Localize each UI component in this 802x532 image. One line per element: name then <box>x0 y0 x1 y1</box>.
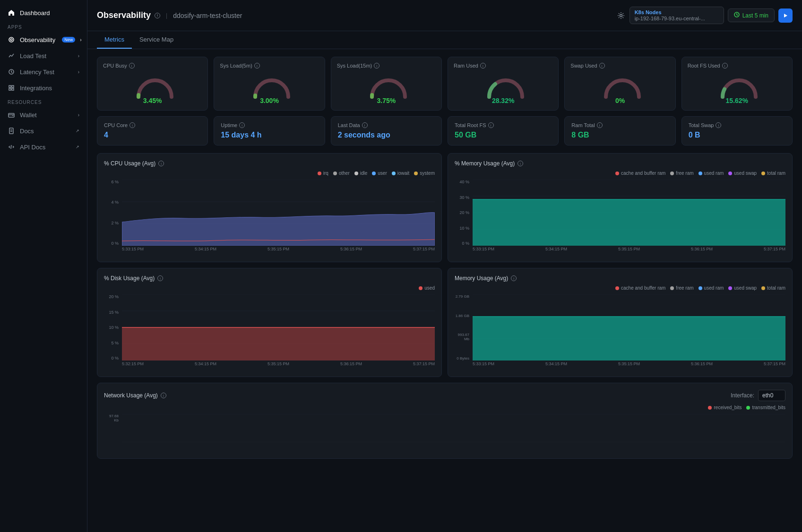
sidebar-item-integrations[interactable]: Integrations <box>0 80 87 96</box>
legend-cache: cache and buffer ram <box>615 171 665 176</box>
mem-usage-x-labels: 5:33:15 PM 5:34:15 PM 5:35:15 PM 5:36:15… <box>473 361 785 370</box>
info-icon-mem-pct: i <box>517 161 523 166</box>
k8s-label: K8s Nodes <box>635 9 719 15</box>
settings-icon[interactable] <box>616 11 626 20</box>
svg-rect-3 <box>9 86 11 87</box>
legend-received: received_bits <box>708 405 742 410</box>
new-badge: New <box>62 37 75 43</box>
svg-line-12 <box>11 145 11 149</box>
sidebar-item-load-test[interactable]: Load Test › <box>0 48 87 64</box>
legend-cache-2: cache and buffer ram <box>615 285 665 291</box>
swap-used-title: Swap Used i <box>570 63 604 69</box>
tab-metrics[interactable]: Metrics <box>97 31 132 49</box>
info-metrics-row: CPU Core i 4 Uptime i 15 days 4 h Last D… <box>97 116 793 146</box>
metric-card-ram-used: Ram Used i 28.32% <box>448 57 559 111</box>
sidebar-wallet-label: Wallet <box>20 112 37 119</box>
info-card-ram-total: Ram Total i 8 GB <box>564 116 675 146</box>
swap-used-gauge <box>601 73 639 96</box>
svg-rect-7 <box>9 113 14 117</box>
gauge-metrics-row: CPU Busy i 3.45% Sys Load(5m) i <box>97 57 793 111</box>
header-actions: K8s Nodes ip-192-168-79-93.eu-central-..… <box>616 7 793 24</box>
memory-pct-legend: cache and buffer ram free ram used ram u… <box>455 171 785 176</box>
interface-select[interactable]: eth0 <box>758 390 785 401</box>
svg-rect-4 <box>12 86 14 87</box>
ram-total-value: 8 GB <box>571 131 668 139</box>
sys-load-5m-gauge <box>250 73 288 96</box>
metric-card-cpu-busy: CPU Busy i 3.45% <box>97 57 208 111</box>
svg-rect-5 <box>9 88 11 90</box>
tab-service-map[interactable]: Service Map <box>132 31 181 49</box>
external-link-icon-2: ↗ <box>76 145 79 149</box>
cpu-svg-area <box>122 180 435 246</box>
mem-usage-svg-area <box>473 294 785 360</box>
header-divider: | <box>166 12 167 19</box>
memory-pct-chart-area: 40 % 30 % 20 % 10 % 0 % <box>455 180 785 255</box>
info-icon-mem-usage: i <box>511 275 517 281</box>
time-range-button[interactable]: Last 5 min <box>728 9 775 22</box>
main-content: Observability i | ddosify-arm-test-clust… <box>87 0 802 532</box>
resources-section-title: RESOURCES <box>0 96 87 107</box>
play-button[interactable] <box>778 9 793 23</box>
info-icon-sys5m: i <box>254 63 260 69</box>
integrations-icon <box>8 84 15 92</box>
sidebar-item-dashboard[interactable]: Dashboard <box>0 5 87 21</box>
legend-total-2: total ram <box>761 285 785 291</box>
sidebar: Dashboard APPS Observability New › Load … <box>0 0 87 532</box>
info-card-total-swap: Total Swap i 0 B <box>681 116 793 146</box>
svg-rect-25 <box>473 199 785 246</box>
legend-swap-2: used swap <box>728 285 757 291</box>
network-usage-card: Network Usage (Avg) i Interface: eth0 re… <box>97 383 793 459</box>
load-test-icon <box>8 52 15 60</box>
info-card-total-root-fs: Total Root FS i 50 GB <box>448 116 559 146</box>
interface-select-wrapper: eth0 <box>758 390 785 401</box>
info-icon-last-data: i <box>362 122 368 128</box>
disk-chart-area: 20 % 15 % 10 % 5 % 0 % <box>104 294 435 370</box>
disk-y-labels: 20 % 15 % 10 % 5 % 0 % <box>104 294 121 360</box>
network-svg-area <box>122 414 785 442</box>
network-title: Network Usage (Avg) i <box>104 392 166 399</box>
sidebar-item-docs[interactable]: Docs ↗ <box>0 123 87 139</box>
legend-disk-used: used <box>419 285 435 291</box>
apps-section-title: APPS <box>0 21 87 32</box>
sys-load-15m-gauge <box>367 73 405 96</box>
sidebar-item-wallet[interactable]: Wallet › <box>0 107 87 123</box>
svg-rect-6 <box>12 88 14 90</box>
info-card-last-data: Last Data i 2 seconds ago <box>331 116 442 146</box>
sidebar-item-observability[interactable]: Observability New › <box>0 32 87 48</box>
header: Observability i | ddosify-arm-test-clust… <box>87 0 802 31</box>
legend-total-ram: total ram <box>761 171 785 176</box>
sidebar-dashboard-label: Dashboard <box>20 9 50 17</box>
k8s-node-selector[interactable]: K8s Nodes ip-192-168-79-93.eu-central-..… <box>630 7 724 24</box>
cpu-chart-legend: irq other idle user iowait system <box>104 171 435 176</box>
sidebar-api-docs-label: API Docs <box>20 144 45 151</box>
info-icon-ram-total: i <box>597 122 603 128</box>
svg-point-0 <box>9 37 14 42</box>
api-docs-icon <box>8 143 15 151</box>
latency-icon <box>8 68 15 76</box>
main-tabs: Metrics Service Map <box>87 31 802 49</box>
legend-used-2: used ram <box>699 285 724 291</box>
legend-idle: idle <box>354 171 368 176</box>
total-swap-value: 0 B <box>689 131 785 139</box>
svg-point-8 <box>12 115 13 116</box>
svg-rect-32 <box>122 327 435 360</box>
observability-icon <box>8 36 15 43</box>
total-root-fs-value: 50 GB <box>455 131 552 139</box>
network-chart-area: 97.68 Kb <box>104 414 785 452</box>
legend-free-2: free ram <box>670 285 693 291</box>
home-icon <box>8 9 15 17</box>
sidebar-integrations-label: Integrations <box>20 85 52 92</box>
time-label: Last 5 min <box>742 12 768 19</box>
legend-transmitted: transmitted_bits <box>746 405 785 410</box>
legend-system: system <box>414 171 435 176</box>
sidebar-item-latency-test[interactable]: Latency Test › <box>0 64 87 80</box>
sidebar-item-api-docs[interactable]: API Docs ↗ <box>0 139 87 155</box>
total-swap-title: Total Swap i <box>689 122 785 128</box>
metric-card-swap-used: Swap Used i 0% <box>564 57 675 111</box>
page-title: Observability i <box>97 10 160 20</box>
disk-usage-chart: % Disk Usage (Avg) i used 20 % 15 % 10 %… <box>97 268 442 377</box>
cpu-busy-title: CPU Busy i <box>103 63 135 69</box>
memory-usage-chart: Memory Usage (Avg) i cache and buffer ra… <box>448 268 793 377</box>
cpu-core-title: CPU Core i <box>104 122 201 128</box>
content-area: CPU Busy i 3.45% Sys Load(5m) i <box>87 49 802 532</box>
